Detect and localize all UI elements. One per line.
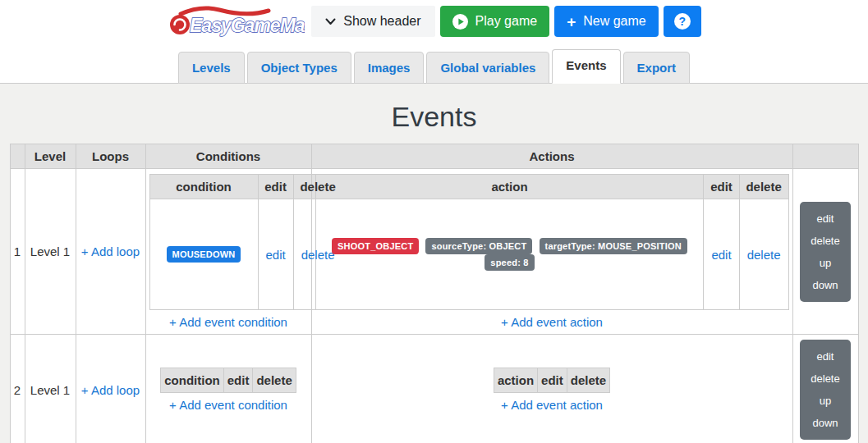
help-button[interactable]: ? (664, 6, 701, 37)
inner-header-condition: condition (149, 175, 258, 199)
action-param-badge: targetType: MOUSE_POSITION (540, 238, 687, 254)
play-circle-icon (452, 14, 468, 30)
header-toolbar: EasyGameMaker Show header Play game + Ne… (0, 2, 868, 40)
tab-object-types[interactable]: Object Types (247, 52, 351, 84)
action-param-badge: sourceType: OBJECT (425, 238, 532, 254)
tab-images[interactable]: Images (354, 52, 425, 84)
chameleon-logo-icon: EasyGameMaker (167, 4, 305, 39)
show-header-dropdown[interactable]: Show header (311, 6, 434, 37)
event-edit-button[interactable]: edit (800, 345, 851, 368)
question-mark-icon: ? (674, 13, 691, 30)
actions-inner-table: action edit delete SHOOT_OBJECT sourceTy… (315, 174, 789, 310)
easygamemaker-logo[interactable]: EasyGameMaker (167, 4, 305, 39)
event-edit-button[interactable]: edit (800, 208, 851, 230)
app-header: EasyGameMaker Show header Play game + Ne… (0, 0, 868, 84)
inner-header-edit: edit (704, 175, 739, 199)
event-level-cell: Level 1 (25, 335, 76, 443)
inner-header-delete: delete (567, 368, 609, 393)
event-row: 2 Level 1 + Add loop condition edit dele… (10, 335, 858, 443)
conditions-cell: condition edit delete + Add event condit… (145, 335, 311, 443)
action-edit-link[interactable]: edit (711, 248, 731, 262)
condition-edit-link[interactable]: edit (266, 248, 286, 262)
tab-global-variables[interactable]: Global variables (426, 52, 549, 84)
svg-text:EasyGameMaker: EasyGameMaker (190, 15, 305, 36)
column-header-level: Level (25, 144, 76, 169)
inner-header-edit: edit (258, 175, 293, 199)
play-game-button[interactable]: Play game (440, 6, 550, 37)
inner-header-delete: delete (253, 368, 296, 393)
conditions-inner-table: condition edit delete (160, 368, 296, 393)
new-game-label: New game (583, 14, 645, 29)
event-delete-button[interactable]: delete (800, 230, 851, 252)
inner-header-action: action (494, 368, 537, 393)
tab-events[interactable]: Events (552, 49, 620, 84)
action-param-badge: speed: 8 (485, 254, 534, 271)
column-header-buttons (792, 144, 858, 169)
event-up-button[interactable]: up (800, 252, 851, 274)
page-title: Events (0, 101, 868, 133)
action-badge: SHOOT_OBJECT (332, 238, 419, 254)
event-row: 1 Level 1 + Add loop condition edit dele… (10, 169, 858, 335)
actions-inner-table: action edit delete (494, 368, 610, 393)
event-buttons-cell: edit delete up down (792, 169, 858, 335)
add-event-condition-link[interactable]: + Add event condition (149, 398, 308, 412)
conditions-cell: condition edit delete MOUSEDOWN edit del… (145, 169, 311, 335)
main-tabs: Levels Object Types Images Global variab… (0, 40, 868, 84)
add-event-action-link[interactable]: + Add event action (315, 315, 789, 329)
plus-icon: + (567, 14, 576, 30)
add-event-condition-link[interactable]: + Add event condition (149, 315, 308, 329)
event-button-stack: edit delete up down (800, 202, 851, 302)
event-row-number: 1 (10, 169, 25, 335)
actions-cell: action edit delete + Add event action (311, 335, 792, 443)
events-table-header-row: Level Loops Conditions Actions (10, 144, 858, 169)
action-row: SHOOT_OBJECT sourceType: OBJECT targetTy… (315, 199, 788, 310)
column-header-conditions: Conditions (145, 144, 311, 169)
inner-header-condition: condition (161, 368, 224, 393)
column-header-index (10, 144, 25, 169)
event-down-button[interactable]: down (800, 412, 851, 434)
column-header-loops: Loops (76, 144, 145, 169)
event-buttons-cell: edit delete up down (792, 335, 858, 443)
play-game-label: Play game (475, 14, 538, 29)
actions-cell: action edit delete SHOOT_OBJECT sourceTy… (311, 169, 792, 335)
event-delete-button[interactable]: delete (800, 368, 851, 390)
add-event-action-link[interactable]: + Add event action (315, 398, 789, 412)
event-level-cell: Level 1 (25, 169, 76, 335)
add-loop-link[interactable]: + Add loop (81, 244, 140, 258)
show-header-label: Show header (343, 14, 420, 29)
inner-header-action: action (315, 175, 704, 199)
event-button-stack: edit delete up down (800, 340, 851, 440)
new-game-button[interactable]: + New game (554, 6, 659, 37)
tab-export[interactable]: Export (623, 52, 691, 84)
event-down-button[interactable]: down (800, 274, 851, 296)
chevron-down-icon (325, 18, 336, 25)
add-loop-link[interactable]: + Add loop (81, 383, 140, 397)
tab-levels[interactable]: Levels (178, 52, 245, 84)
events-table: Level Loops Conditions Actions 1 Level 1… (10, 144, 859, 443)
column-header-actions: Actions (311, 144, 792, 169)
inner-header-edit: edit (538, 368, 567, 393)
inner-header-delete: delete (739, 175, 788, 199)
event-row-number: 2 (10, 335, 25, 443)
action-delete-link[interactable]: delete (747, 248, 781, 262)
inner-header-edit: edit (223, 368, 253, 393)
condition-badge: MOUSEDOWN (167, 246, 241, 263)
event-up-button[interactable]: up (800, 390, 851, 412)
